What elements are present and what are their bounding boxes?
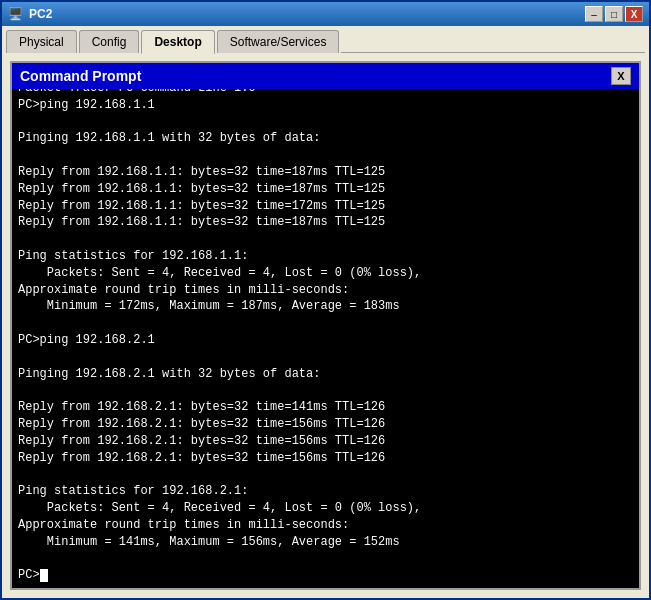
tab-desktop[interactable]: Desktop	[141, 30, 214, 54]
main-content: Command Prompt X Packet Tracer PC Comman…	[2, 53, 649, 598]
maximize-button[interactable]: □	[605, 6, 623, 22]
minimize-button[interactable]: –	[585, 6, 603, 22]
terminal-output[interactable]: Packet Tracer PC Command Line 1.0 PC>pin…	[12, 89, 639, 588]
terminal-cursor	[40, 569, 48, 582]
command-prompt-window: Command Prompt X Packet Tracer PC Comman…	[10, 61, 641, 590]
cmd-title-text: Command Prompt	[20, 68, 141, 84]
title-bar-buttons: – □ X	[585, 6, 643, 22]
pc2-window: 🖥️ PC2 – □ X Physical Config Desktop Sof…	[0, 0, 651, 600]
tab-software-services[interactable]: Software/Services	[217, 30, 340, 53]
cmd-close-button[interactable]: X	[611, 67, 631, 85]
tab-bar: Physical Config Desktop Software/Service…	[2, 26, 649, 53]
tab-config[interactable]: Config	[79, 30, 140, 53]
title-bar-left: 🖥️ PC2	[8, 7, 52, 21]
tab-physical[interactable]: Physical	[6, 30, 77, 53]
title-bar: 🖥️ PC2 – □ X	[2, 2, 649, 26]
cmd-title-bar: Command Prompt X	[12, 63, 639, 89]
window-close-button[interactable]: X	[625, 6, 643, 22]
window-title: PC2	[29, 7, 52, 21]
window-title-icon: 🖥️	[8, 7, 23, 21]
